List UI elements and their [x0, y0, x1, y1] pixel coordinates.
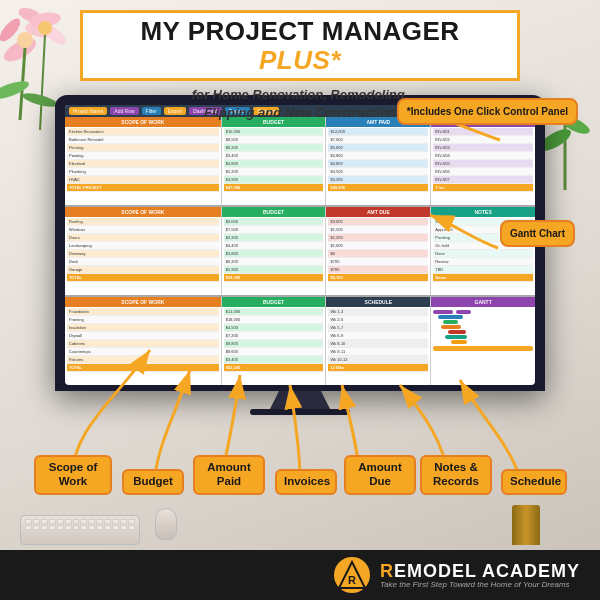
callout-amount-paid-text: Amount Paid [207, 461, 250, 487]
svg-point-8 [38, 21, 52, 35]
brand-bar: R REMODEL ACADEMY Take the First Step To… [0, 550, 600, 600]
callout-budget-text: Budget [133, 475, 173, 487]
callout-budget: Budget [122, 469, 184, 495]
callout-invoices-text: Invoices [284, 475, 330, 487]
brand-text: REMODEL ACADEMY Take the First Step Towa… [380, 562, 580, 589]
main-title: MY PROJECT MANAGER PLUS* [80, 10, 520, 81]
svg-point-13 [540, 125, 574, 155]
brand-logo: R REMODEL ACADEMY Take the First Step To… [334, 557, 580, 593]
monitor-body: Project Name Add Row Filter Export Dashb… [55, 95, 545, 391]
callout-schedule-text: Schedule [510, 475, 561, 487]
callout-notes-text: Notes & Records [433, 461, 479, 487]
brand-tagline: Take the First Step Toward the Home of Y… [380, 580, 580, 589]
callout-gantt: Gantt Chart [500, 220, 575, 247]
monitor: Project Name Add Row Filter Export Dashb… [55, 95, 545, 415]
mouse [155, 508, 177, 540]
title-plus: PLUS* [259, 45, 341, 75]
callout-schedule: Schedule [501, 469, 567, 495]
brand-r: R [380, 561, 394, 581]
callout-amount-paid: Amount Paid [193, 455, 265, 495]
svg-text:R: R [348, 574, 356, 586]
callout-one-click-text: *Includes One Click Control Panel [407, 106, 568, 117]
monitor-stand [270, 391, 330, 409]
callout-notes: Notes & Records [420, 455, 492, 495]
svg-point-11 [21, 91, 58, 110]
callout-invoices: Invoices [275, 469, 337, 495]
callout-one-click: *Includes One Click Control Panel [397, 98, 578, 125]
callout-amount-due-text: Amount Due [358, 461, 401, 487]
pencil-cup [512, 505, 540, 545]
brand-icon: R [334, 557, 370, 593]
monitor-screen: Project Name Add Row Filter Export Dashb… [65, 105, 535, 385]
brand-name: REMODEL ACADEMY [380, 562, 580, 580]
callout-scope-text: Scope of Work [49, 461, 98, 487]
svg-point-4 [17, 32, 33, 48]
title-text: MY PROJECT MANAGER [140, 16, 459, 46]
keyboard [20, 515, 140, 545]
monitor-base [250, 409, 350, 415]
callout-gantt-text: Gantt Chart [510, 228, 565, 239]
svg-line-9 [40, 35, 45, 130]
brand-rest: EMODEL ACADEMY [394, 561, 580, 581]
callout-scope: Scope of Work [34, 455, 112, 495]
callout-amount-due: Amount Due [344, 455, 416, 495]
